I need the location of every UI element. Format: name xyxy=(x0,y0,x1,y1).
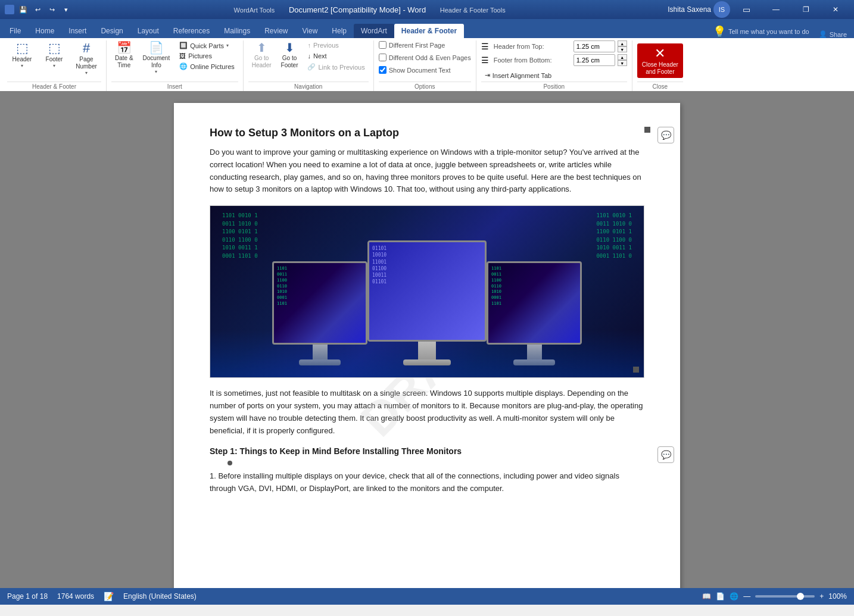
next-button[interactable]: ↓ Next xyxy=(304,51,368,61)
header-button[interactable]: ⬚ Header ▾ xyxy=(7,40,37,70)
date-time-label: Date &Time xyxy=(115,55,133,69)
web-layout-icon[interactable]: 🌐 xyxy=(730,592,738,601)
pictures-label: Pictures xyxy=(188,52,212,60)
pictures-button[interactable]: 🖼 Pictures xyxy=(176,51,238,61)
show-document-text-label: Show Document Text xyxy=(389,67,451,74)
paragraph-1: Do you want to improve your gaming or mu… xyxy=(210,146,644,196)
header-label: Header xyxy=(13,56,32,63)
different-odd-even-checkbox[interactable] xyxy=(379,54,387,61)
header-from-top-label: Header from Top: xyxy=(494,43,571,50)
go-to-footer-icon: ⬇ xyxy=(285,42,295,54)
tab-wordart[interactable]: WordArt xyxy=(354,24,394,38)
footer-from-bottom-input[interactable] xyxy=(574,54,615,66)
date-time-button[interactable]: 📅 Date &Time xyxy=(111,40,137,70)
comment-bubble-step1[interactable]: 💬 xyxy=(657,446,674,463)
footer-spin-buttons: ▲ ▼ xyxy=(618,54,627,66)
zoom-in-button[interactable]: + xyxy=(819,592,824,601)
image-resize-handle[interactable] xyxy=(633,367,639,373)
tab-design[interactable]: Design xyxy=(93,24,130,38)
previous-label: Previous xyxy=(313,42,339,49)
previous-button[interactable]: ↑ Previous xyxy=(304,40,368,50)
print-layout-icon[interactable]: 📄 xyxy=(716,592,725,601)
document-info-button[interactable]: 📄 DocumentInfo ▾ xyxy=(139,40,174,76)
nav-prev-next: ↑ Previous ↓ Next 🔗 Link to Previous xyxy=(304,40,368,72)
monitor-image[interactable]: 1101 0010 10011 1010 01100 0101 10110 11… xyxy=(210,205,644,378)
customize-qat-button[interactable]: ▾ xyxy=(61,4,71,15)
header-from-top-input[interactable] xyxy=(574,40,615,52)
window-close-button[interactable]: ✕ xyxy=(822,0,849,19)
tab-mailings[interactable]: Mailings xyxy=(217,24,257,38)
ribbon-content: ⬚ Header ▾ ⬚ Footer ▾ # PageNumber ▾ Hea… xyxy=(0,38,854,91)
tools-right-label: Header & Footer Tools xyxy=(440,7,506,14)
monitor-screen-right: 1101001111000110101000011101 xyxy=(487,261,582,345)
footer-spin-up[interactable]: ▲ xyxy=(618,54,627,60)
zoom-out-button[interactable]: — xyxy=(743,592,750,601)
tab-view[interactable]: View xyxy=(295,24,325,38)
show-document-text-checkbox[interactable] xyxy=(379,66,387,74)
tab-insert[interactable]: Insert xyxy=(61,24,93,38)
quick-parts-button[interactable]: 🔲 Quick Parts ▾ xyxy=(176,40,238,51)
document-info-icon: 📄 xyxy=(149,42,164,54)
page-number-label: PageNumber xyxy=(76,56,97,70)
insert-alignment-tab-button[interactable]: ⇥ Insert Alignment Tab xyxy=(481,70,627,80)
proofing-icon[interactable]: 📝 xyxy=(104,592,114,601)
code-overlay-right: 1101 0010 10011 1010 01100 0101 10110 11… xyxy=(596,212,632,260)
go-to-footer-label: Go toFooter xyxy=(281,55,298,69)
save-button[interactable]: 💾 xyxy=(18,4,29,15)
tab-file[interactable]: File xyxy=(2,24,28,38)
tab-home[interactable]: Home xyxy=(28,24,61,38)
language-indicator[interactable]: English (United States) xyxy=(123,592,197,601)
zoom-thumb[interactable] xyxy=(797,593,804,600)
footer-position-icon: ☰ xyxy=(481,55,489,65)
tab-layout[interactable]: Layout xyxy=(130,24,166,38)
resize-handle-title[interactable] xyxy=(644,127,650,133)
date-time-icon: 📅 xyxy=(117,42,132,54)
go-to-header-label: Go toHeader xyxy=(252,55,272,69)
user-avatar[interactable]: IS xyxy=(713,1,730,18)
close-header-footer-button[interactable]: ✕ Close Headerand Footer xyxy=(637,43,683,78)
group-header-footer-label: Header & Footer xyxy=(7,82,101,91)
redo-button[interactable]: ↪ xyxy=(46,4,57,15)
zoom-level: 100% xyxy=(828,592,847,601)
footer-button[interactable]: ⬚ Footer ▾ xyxy=(39,40,69,70)
title-bar-left: 💾 ↩ ↪ ▾ xyxy=(5,4,71,15)
link-to-previous-button[interactable]: 🔗 Link to Previous xyxy=(304,62,368,72)
ribbon-collapse-button[interactable]: ▭ xyxy=(733,0,760,19)
footer-dropdown-arrow: ▾ xyxy=(53,63,55,68)
go-to-footer-button[interactable]: ⬇ Go toFooter xyxy=(278,40,302,70)
header-dropdown-arrow: ▾ xyxy=(21,63,23,68)
page-number-button[interactable]: # PageNumber ▾ xyxy=(71,40,101,77)
comment-bubble-title[interactable]: 💬 xyxy=(657,127,674,143)
insert-stacked: 🔲 Quick Parts ▾ 🖼 Pictures 🌐 Online Pict… xyxy=(176,40,238,71)
read-mode-icon[interactable]: 📖 xyxy=(702,592,711,601)
tab-header-footer[interactable]: Header & Footer xyxy=(394,24,464,38)
tell-me-box[interactable]: 💡 Tell me what you want to do xyxy=(708,25,814,38)
tab-references[interactable]: References xyxy=(166,24,217,38)
go-to-header-button[interactable]: ⬆ Go toHeader xyxy=(248,40,275,70)
online-pictures-button[interactable]: 🌐 Online Pictures xyxy=(176,61,238,71)
doc-info-dropdown-arrow: ▾ xyxy=(155,69,157,74)
group-close-label: Close xyxy=(637,82,683,91)
minimize-button[interactable]: — xyxy=(762,0,790,19)
restore-button[interactable]: ❐ xyxy=(792,0,819,19)
different-first-page-checkbox[interactable] xyxy=(379,41,387,49)
quick-parts-icon: 🔲 xyxy=(179,42,188,49)
footer-spin-down[interactable]: ▼ xyxy=(618,60,627,66)
online-pictures-label: Online Pictures xyxy=(190,63,235,70)
footer-icon: ⬚ xyxy=(48,42,61,55)
tab-review[interactable]: Review xyxy=(257,24,295,38)
share-button[interactable]: 👤 Share xyxy=(814,30,852,38)
bullet-point xyxy=(227,461,232,465)
monitor-screen-left: 1101001111000110101000011101 xyxy=(272,261,367,345)
show-document-text-row: Show Document Text xyxy=(379,65,451,74)
header-spin-up[interactable]: ▲ xyxy=(618,40,627,46)
zoom-slider[interactable] xyxy=(755,595,815,598)
header-spin-down[interactable]: ▼ xyxy=(618,46,627,52)
next-label: Next xyxy=(313,52,327,60)
group-options-label: Options xyxy=(379,82,471,91)
tab-help[interactable]: Help xyxy=(325,24,354,38)
footer-from-bottom-label: Footer from Bottom: xyxy=(494,57,571,64)
undo-button[interactable]: ↩ xyxy=(32,4,43,15)
options-checkboxes: Different First Page Different Odd & Eve… xyxy=(379,40,471,80)
position-controls: ☰ Header from Top: ▲ ▼ ☰ Footer from Bot… xyxy=(481,40,627,80)
